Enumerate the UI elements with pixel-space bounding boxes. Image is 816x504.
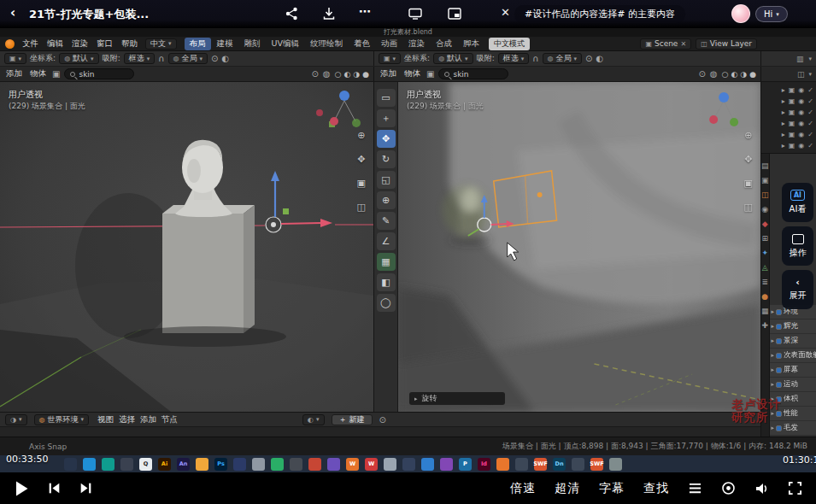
taskbar-app-icon[interactable]: W: [346, 458, 359, 471]
menu-item[interactable]: 渲染: [68, 38, 91, 50]
tool-button[interactable]: ↻: [377, 150, 396, 168]
solid-shading-icon[interactable]: ◐: [343, 70, 350, 79]
taskbar-app-icon[interactable]: [440, 458, 453, 471]
viewport-nav-icon[interactable]: ⊕: [744, 130, 753, 141]
language-dropdown[interactable]: 中文 ▾: [145, 38, 177, 50]
orientation-dropdown[interactable]: ◍默认▾: [433, 53, 473, 64]
add-menu[interactable]: 添加: [379, 68, 398, 79]
taskbar-app-icon[interactable]: Q: [139, 458, 152, 471]
outliner-filter-icon[interactable]: ▥: [796, 55, 804, 63]
wireframe-shading-icon[interactable]: ○: [335, 70, 342, 79]
properties-tab-icon[interactable]: ◉: [761, 206, 768, 214]
material-shading-icon[interactable]: ◑: [740, 70, 747, 79]
outliner-row[interactable]: ▸ ▣ ◉ ✓: [764, 85, 813, 95]
taskbar-app-icon[interactable]: [233, 458, 246, 471]
taskbar-app-icon[interactable]: [384, 458, 396, 471]
expand-arrow-icon[interactable]: ▸: [782, 108, 785, 116]
expand-panel-button[interactable]: ‹ 展开: [782, 270, 813, 309]
record-icon[interactable]: [721, 481, 736, 495]
previous-button[interactable]: [48, 482, 61, 495]
checkbox-icon[interactable]: ✓: [807, 120, 813, 127]
eye-icon[interactable]: ◉: [798, 142, 804, 149]
workspace-tab[interactable]: 脚本: [458, 38, 484, 50]
property-panel-row[interactable]: ▸ 运动: [770, 378, 816, 391]
properties-tab-icon[interactable]: ◬: [762, 264, 768, 272]
checkbox-icon[interactable]: ✓: [807, 142, 813, 149]
next-button[interactable]: [79, 482, 92, 495]
workspace-tab[interactable]: 建模: [212, 38, 238, 50]
properties-tab-icon[interactable]: ✚: [761, 322, 768, 330]
viewport-nav-icon[interactable]: ✥: [357, 154, 366, 165]
close-icon[interactable]: ✕: [501, 6, 510, 19]
workspace-tab[interactable]: 动画: [376, 38, 402, 50]
tool-button[interactable]: ✥: [377, 130, 396, 148]
subtitle-button[interactable]: 字幕: [599, 481, 625, 496]
checkbox-icon[interactable]: ✓: [807, 108, 813, 116]
snap-dropdown[interactable]: 框选▾: [124, 53, 156, 64]
render-visibility-icon[interactable]: ▣: [789, 131, 795, 138]
properties-tab-icon[interactable]: ▣: [761, 177, 769, 185]
pin-icon[interactable]: ⊙: [379, 415, 386, 425]
checkbox-icon[interactable]: [776, 425, 782, 431]
unlink-icon[interactable]: ✕: [680, 40, 686, 48]
workspace-tab[interactable]: 布局: [185, 38, 211, 50]
outliner-row[interactable]: ▸ ▣ ◉ ✓: [764, 96, 813, 106]
properties-tab-icon[interactable]: ≣: [761, 278, 768, 286]
speed-button[interactable]: 倍速: [510, 481, 536, 496]
taskbar-app-icon[interactable]: [515, 458, 528, 471]
select-mode-icon[interactable]: ▣: [426, 69, 434, 79]
taskbar-app-icon[interactable]: [290, 458, 302, 471]
pivot-dropdown[interactable]: ◍全局▾: [168, 53, 208, 64]
share-icon[interactable]: [285, 7, 298, 24]
menu-item[interactable]: 编辑: [44, 38, 67, 50]
tool-button[interactable]: ⊕: [377, 191, 396, 209]
taskbar-app-icon[interactable]: SWF: [590, 458, 603, 471]
avatar[interactable]: [731, 4, 750, 23]
taskbar-app-icon[interactable]: Ps: [214, 458, 227, 471]
viewport-nav-icon[interactable]: ⊕: [357, 130, 366, 141]
object-menu[interactable]: 物体: [402, 68, 422, 79]
hi-button[interactable]: Hi ▾: [755, 6, 788, 22]
wireframe-shading-icon[interactable]: ○: [722, 70, 729, 79]
tool-button[interactable]: ◯: [377, 294, 396, 312]
visibility-dropdown-icon[interactable]: ⊙: [698, 69, 705, 79]
orientation-dropdown[interactable]: ◍默认▾: [59, 53, 99, 64]
render-visibility-icon[interactable]: ▣: [789, 108, 795, 116]
new-material-button[interactable]: ＋ 新建: [332, 414, 373, 425]
taskbar-app-icon[interactable]: [83, 458, 96, 471]
outliner-row[interactable]: ▸ ▣ ◉ ✓: [764, 118, 813, 128]
properties-tab-icon[interactable]: ▦: [761, 308, 769, 315]
gizmo-toggle-icon[interactable]: ⊙: [211, 54, 218, 63]
back-icon[interactable]: ‹: [10, 5, 15, 21]
language-mode-button[interactable]: 中文模式: [489, 38, 530, 50]
overlays-icon[interactable]: ◍: [323, 69, 331, 79]
select-mode-icon[interactable]: ▣: [52, 69, 60, 79]
properties-tab-icon[interactable]: ●: [761, 293, 768, 301]
expand-arrow-icon[interactable]: ▸: [782, 131, 785, 138]
download-icon[interactable]: [323, 7, 335, 24]
viewport-canvas[interactable]: 用户透视 (229) 场景集合 | 面光 ⊕✥▣◫ ▸ 旋转: [398, 82, 760, 412]
menu-item[interactable]: 节点: [160, 414, 179, 425]
taskbar-app-icon[interactable]: Ai: [158, 458, 171, 471]
mode-dropdown[interactable]: ▣▾: [379, 53, 401, 64]
outliner-row[interactable]: ▸ ▣ ◉ ✓: [764, 140, 813, 150]
cast-icon[interactable]: [408, 7, 422, 23]
workspace-tab[interactable]: 纹理绘制: [305, 38, 348, 50]
taskbar-app-icon[interactable]: [271, 458, 284, 471]
magnet-icon[interactable]: ∩: [532, 54, 538, 63]
property-panel-row[interactable]: ▸ 次表面散射: [770, 349, 816, 362]
search-input[interactable]: [453, 70, 502, 79]
taskbar-app-icon[interactable]: [64, 458, 77, 471]
expand-arrow-icon[interactable]: ▸: [782, 97, 785, 105]
snap-dropdown[interactable]: 框选▾: [498, 53, 530, 64]
mini-player-icon[interactable]: [448, 7, 461, 23]
taskbar-app-icon[interactable]: Id: [478, 458, 490, 471]
light-origin-dot[interactable]: [537, 192, 543, 197]
checkbox-icon[interactable]: ✓: [807, 131, 813, 138]
taskbar-app-icon[interactable]: Dn: [553, 458, 566, 471]
viewport-nav-icon[interactable]: ◫: [744, 202, 753, 213]
material-slot-dropdown[interactable]: ◐▾: [302, 414, 325, 425]
volume-icon[interactable]: [754, 482, 769, 495]
overlay-toggle-icon[interactable]: ◐: [596, 54, 603, 63]
properties-tab-icon[interactable]: ▤: [761, 162, 769, 170]
